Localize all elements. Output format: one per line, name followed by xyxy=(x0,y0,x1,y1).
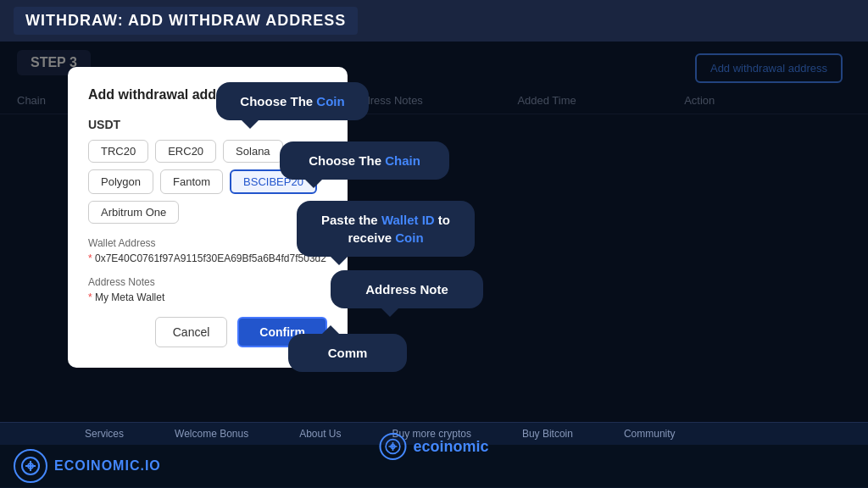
logo-text: ECOINOMIC.IO xyxy=(54,458,161,474)
wallet-address-value: 0x7E40C0761f97A9115f30EA69Bf5a6B4fd7f503… xyxy=(88,252,327,264)
tooltip-confirm-text: Comm xyxy=(328,346,368,360)
tooltip-address-text: Address Note xyxy=(365,282,448,297)
center-logo: ecoinomic xyxy=(379,433,488,460)
footer-welcome: Welcome Bonus xyxy=(175,428,248,440)
footer-community: Community xyxy=(624,428,676,440)
footer-about: About Us xyxy=(299,428,341,440)
tooltip-wallet-highlight: Wallet ID xyxy=(381,213,435,227)
tooltip-wallet: Paste the Wallet ID to receive Coin xyxy=(297,201,475,257)
tooltip-chain-highlight: Chain xyxy=(385,153,420,168)
tooltip-chain-prefix: Choose The xyxy=(309,153,385,168)
tooltip-coin-highlight: Coin xyxy=(316,94,344,108)
dialog-overlay: Add withdrawal address USDT TRC20 ERC20 … xyxy=(0,42,868,487)
tooltip-coin: Choose The Coin xyxy=(216,82,369,120)
center-logo-text: ecoinomic xyxy=(413,438,488,456)
tooltip-wallet-prefix: Paste the xyxy=(321,213,381,227)
tooltip-wallet-highlight2: Coin xyxy=(395,230,423,245)
address-notes-label: Address Notes xyxy=(88,276,327,288)
chain-trc20[interactable]: TRC20 xyxy=(88,140,148,163)
chain-polygon[interactable]: Polygon xyxy=(88,169,153,194)
chain-fantom[interactable]: Fantom xyxy=(160,169,223,194)
chain-solana[interactable]: Solana xyxy=(223,140,282,163)
chain-arbitrum[interactable]: Arbitrum One xyxy=(88,201,179,224)
logo-icon xyxy=(14,449,47,483)
center-logo-icon xyxy=(379,433,406,460)
tooltip-chain: Choose The Chain xyxy=(280,141,449,180)
tooltip-confirm: Comm xyxy=(288,334,407,372)
tooltip-coin-prefix: Choose The xyxy=(240,94,316,108)
page-title: WITHDRAW: ADD WITHDRAW ADDRESS xyxy=(14,7,358,35)
bottom-bar: ECOINOMIC.IO ecoinomic xyxy=(0,445,868,487)
chain-erc20[interactable]: ERC20 xyxy=(155,140,216,163)
main-area: STEP 3 Chain Withdrawal Address Address … xyxy=(0,42,868,487)
left-logo: ECOINOMIC.IO xyxy=(14,449,161,483)
header-bar: WITHDRAW: ADD WITHDRAW ADDRESS xyxy=(0,0,868,42)
address-notes-value: My Meta Wallet xyxy=(88,291,327,303)
footer-buy-bitcoin: Buy Bitcoin xyxy=(522,428,573,440)
footer-services: Services xyxy=(85,428,124,440)
tooltip-address: Address Note xyxy=(331,270,483,308)
cancel-button[interactable]: Cancel xyxy=(155,317,228,347)
wallet-address-label: Wallet Address xyxy=(88,237,327,249)
